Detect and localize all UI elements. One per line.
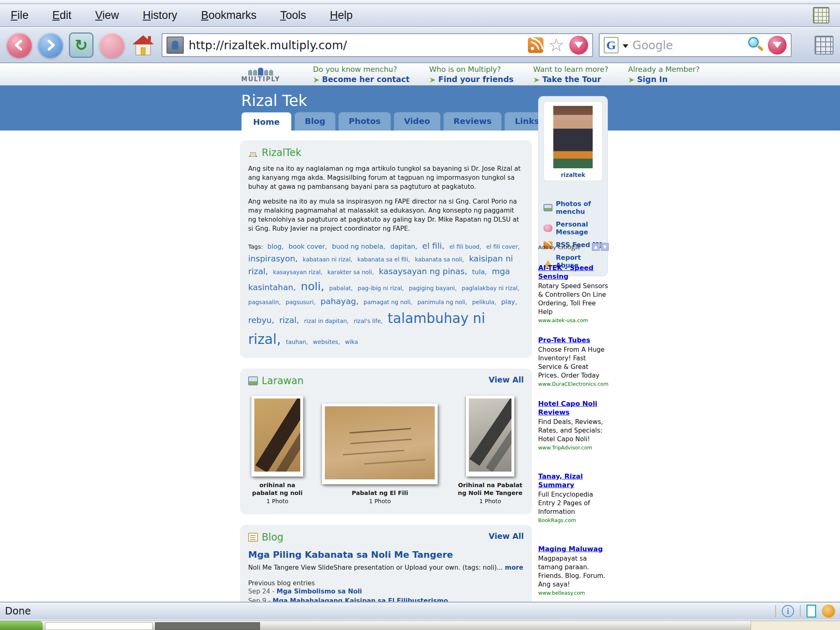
menu-item-file[interactable]: File (11, 9, 29, 22)
tag-link-el-fili-cover[interactable]: el fili cover, (486, 243, 520, 250)
forward-button[interactable] (38, 32, 63, 58)
ad-title-link[interactable]: Maging Maluwag (538, 545, 609, 553)
search-magnifier-icon[interactable] (747, 37, 764, 53)
tag-link-rizal[interactable]: rizal, (279, 315, 299, 325)
bookmark-star-icon[interactable]: ☆ (548, 36, 564, 54)
tag-link-pagiging-bayani[interactable]: pagiging bayani, (409, 285, 457, 291)
profile-username[interactable]: rizaltek (561, 172, 585, 178)
tag-link-paglalakbay-ni-rizal[interactable]: paglalakbay ni rizal, (462, 285, 520, 291)
home-button[interactable] (130, 32, 156, 58)
ad-url-link[interactable]: www.TripAdvisor.com (538, 444, 609, 451)
profile-link-photos-of-menchu[interactable]: Photos of menchu (543, 200, 603, 215)
tab-video[interactable]: Video (394, 112, 441, 131)
tag-link-panimula-ng-noli[interactable]: panimula ng noli, (417, 299, 467, 305)
photo-thumb-2[interactable]: Pabalat ng El Fili1 Photo (322, 403, 438, 504)
tag-link-pabalat[interactable]: pabalat, (329, 285, 353, 291)
photo-thumb-3[interactable]: Orihinal na Pabalat ng Noli Me Tangere1 … (457, 396, 524, 504)
multiply-logo[interactable]: MULTIPLY (241, 66, 280, 83)
blog-more-link[interactable]: more (505, 564, 523, 571)
tag-link-tauhan[interactable]: tauhan, (286, 339, 308, 345)
tag-link-pag-ibig-ni-rizal[interactable]: pag-ibig ni rizal, (358, 285, 404, 291)
search-placeholder[interactable]: Google (632, 39, 743, 52)
menu-item-bookmarks[interactable]: Bookmarks (201, 9, 256, 22)
ad-url-link[interactable]: BookRags.com (538, 517, 609, 523)
tag-link-kabataan-ni-rizal[interactable]: kabataan ni rizal, (303, 256, 352, 263)
tag-link-rizal-s-life[interactable]: rizal's life, (354, 318, 383, 324)
info-bubble-icon[interactable]: i (782, 605, 794, 617)
tag-link-websites[interactable]: websites, (313, 339, 340, 345)
tag-link-noli[interactable]: noli, (301, 280, 324, 293)
tag-link-pahayag[interactable]: pahayag, (320, 296, 358, 306)
tab-blog[interactable]: Blog (294, 112, 336, 131)
engine-dropdown-caret[interactable] (623, 44, 628, 51)
rss-feed-icon[interactable] (528, 37, 543, 53)
sidebar-grid-icon[interactable] (815, 36, 833, 55)
profile-link-personal-message[interactable]: Personal Message (543, 220, 603, 236)
tag-link-rizal-in-dapitan[interactable]: rizal in dapitan, (304, 318, 349, 324)
tag-link-pelikula[interactable]: pelikula, (472, 299, 496, 305)
tag-link-kabanata-sa-noli[interactable]: kabanata sa noli, (415, 256, 464, 263)
tag-link-dapitan[interactable]: dapitan, (390, 243, 417, 250)
tag-link-wika[interactable]: wika (345, 339, 358, 345)
ad-title-link[interactable]: Tanay, Rizal Summary (538, 472, 609, 489)
blog-view-all-link[interactable]: View All (488, 531, 524, 541)
profile-photo[interactable] (553, 106, 593, 168)
menu-item-history[interactable]: History (143, 9, 177, 22)
back-button[interactable] (7, 32, 32, 58)
tag-link-kasaysayan-ng-pinas[interactable]: kasaysayan ng pinas, (379, 266, 468, 276)
menu-item-edit[interactable]: Edit (52, 9, 72, 22)
search-bar[interactable]: G Google (599, 33, 792, 57)
tab-reviews[interactable]: Reviews (443, 112, 502, 131)
ad-title-link[interactable]: AI-TEK - Speed Sensing (538, 263, 609, 281)
promo-action-link[interactable]: Take the Tour (542, 75, 601, 85)
promo-action-link[interactable]: Sign In (637, 75, 668, 85)
promo-action-link[interactable]: Find your friends (438, 75, 514, 85)
entry-link[interactable]: Mga Mahahalagang Kaisipan sa El Filibust… (272, 597, 448, 602)
tag-link-el-fili-buod[interactable]: el fili buod, (450, 243, 482, 250)
menu-item-help[interactable]: Help (330, 9, 353, 22)
tag-link-blog[interactable]: blog, (267, 243, 284, 250)
taskbar-window-button[interactable] (155, 622, 260, 630)
stop-button[interactable] (99, 32, 125, 58)
ads-list: AI-TEK - Speed SensingRotary Speed Senso… (538, 263, 609, 596)
tag-link-karakter-sa-noli[interactable]: karakter sa noli, (327, 269, 374, 275)
notification-icon[interactable] (822, 605, 835, 618)
tag-link-el-fili[interactable]: el fili, (422, 241, 444, 251)
blog-post-title[interactable]: Mga Piling Kabanata sa Noli Me Tangere (248, 550, 453, 560)
tag-link-kabanata-sa-el-fili[interactable]: kabanata sa el fili, (357, 256, 410, 263)
tag-link-pamagat-ng-noli[interactable]: pamagat ng noli, (363, 299, 412, 305)
ad-url-link[interactable]: www.DuraCElectronics.com (538, 381, 609, 387)
photo-thumb-1[interactable]: orihinal na pabalat ng noli1 Photo (251, 396, 303, 504)
ad-url-link[interactable]: www.belleasy.com (538, 590, 609, 596)
address-bar[interactable]: http://rizaltek.multiply.com/ ☆ (162, 33, 593, 57)
url-text[interactable]: http://rizaltek.multiply.com/ (189, 39, 523, 52)
tag-link-play[interactable]: play, (501, 298, 517, 306)
reload-button[interactable]: ↻ (69, 32, 94, 58)
tag-link-pagsusuri[interactable]: pagsusuri, (285, 299, 315, 305)
ads-up-button[interactable]: ▲ (592, 243, 600, 251)
search-go-button[interactable] (768, 36, 787, 55)
menu-item-view[interactable]: View (95, 9, 119, 22)
tag-link-rebyu[interactable]: rebyu, (248, 315, 274, 325)
tag-link-book-cover[interactable]: book cover, (289, 243, 327, 250)
promo-action-link[interactable]: Become her contact (322, 75, 409, 85)
menu-item-tools[interactable]: Tools (280, 9, 306, 22)
tag-link-buod-ng-nobela[interactable]: buod ng nobela, (332, 243, 385, 250)
entry-link[interactable]: Mga Simbolismo sa Noli (276, 588, 362, 595)
start-button[interactable] (0, 621, 43, 630)
tab-home[interactable]: Home (241, 112, 292, 131)
tag-link-pagsasalin[interactable]: pagsasalin, (248, 299, 281, 305)
tag-link-tula[interactable]: tula, (472, 268, 487, 276)
ads-down-button[interactable]: ▼ (601, 243, 609, 251)
url-go-button[interactable] (569, 36, 588, 55)
tag-link-kasaysayan-rizal[interactable]: kasaysayan rizal, (273, 269, 323, 275)
ad-title-link[interactable]: Hotel Capo Noli Reviews (538, 399, 609, 417)
ad-title-link[interactable]: Pro-Tek Tubes (538, 336, 609, 344)
tab-photos[interactable]: Photos (338, 112, 391, 131)
taskbar-window-button[interactable] (45, 622, 153, 630)
ad-url-link[interactable]: www.aitek-usa.com (538, 317, 609, 323)
google-engine-icon[interactable]: G (604, 37, 619, 53)
tab-indicator-icon[interactable] (806, 605, 816, 618)
larawan-view-all-link[interactable]: View All (488, 375, 524, 384)
tag-link-inspirasyon[interactable]: inspirasyon, (248, 254, 298, 263)
